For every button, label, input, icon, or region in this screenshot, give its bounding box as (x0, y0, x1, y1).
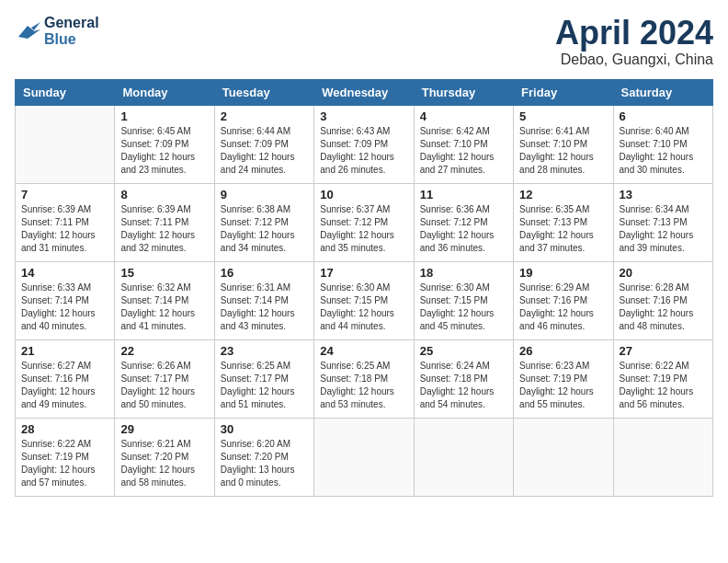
day-info: Sunrise: 6:30 AMSunset: 7:15 PMDaylight:… (320, 282, 407, 333)
calendar-day-cell: 28Sunrise: 6:22 AMSunset: 7:19 PMDayligh… (16, 418, 115, 496)
day-number: 3 (320, 109, 407, 123)
day-info: Sunrise: 6:25 AMSunset: 7:18 PMDaylight:… (320, 360, 407, 411)
day-number: 12 (519, 188, 607, 201)
day-number: 21 (21, 344, 108, 358)
weekday-header: Thursday (414, 79, 513, 105)
day-info: Sunrise: 6:29 AMSunset: 7:16 PMDaylight:… (519, 282, 607, 333)
day-number: 18 (420, 266, 507, 280)
day-number: 24 (320, 344, 407, 358)
day-info: Sunrise: 6:43 AMSunset: 7:09 PMDaylight:… (320, 125, 407, 177)
day-info: Sunrise: 6:24 AMSunset: 7:18 PMDaylight:… (420, 360, 507, 411)
day-number: 26 (519, 344, 607, 358)
day-number: 11 (420, 188, 507, 201)
calendar-day-cell: 1Sunrise: 6:45 AMSunset: 7:09 PMDaylight… (115, 105, 214, 183)
calendar-day-cell (414, 418, 513, 496)
calendar-day-cell: 30Sunrise: 6:20 AMSunset: 7:20 PMDayligh… (214, 418, 313, 496)
day-number: 1 (120, 109, 208, 123)
weekday-header: Friday (514, 79, 613, 105)
day-info: Sunrise: 6:33 AMSunset: 7:14 PMDaylight:… (21, 282, 108, 333)
day-info: Sunrise: 6:42 AMSunset: 7:10 PMDaylight:… (420, 125, 507, 177)
calendar-day-cell: 3Sunrise: 6:43 AMSunset: 7:09 PMDaylight… (314, 105, 414, 183)
day-number: 7 (21, 188, 108, 201)
logo-text: General Blue (44, 15, 99, 47)
calendar-day-cell: 12Sunrise: 6:35 AMSunset: 7:13 PMDayligh… (514, 183, 613, 261)
calendar-day-cell: 7Sunrise: 6:39 AMSunset: 7:11 PMDaylight… (16, 183, 115, 261)
day-number: 28 (21, 422, 108, 436)
day-number: 8 (120, 188, 208, 201)
calendar-day-cell: 22Sunrise: 6:26 AMSunset: 7:17 PMDayligh… (115, 339, 214, 418)
calendar-day-cell (16, 105, 115, 183)
calendar-week-row: 28Sunrise: 6:22 AMSunset: 7:19 PMDayligh… (16, 418, 713, 496)
calendar-day-cell: 24Sunrise: 6:25 AMSunset: 7:18 PMDayligh… (314, 339, 414, 418)
day-number: 6 (620, 109, 707, 123)
day-info: Sunrise: 6:37 AMSunset: 7:12 PMDaylight:… (320, 203, 407, 255)
day-info: Sunrise: 6:39 AMSunset: 7:11 PMDaylight:… (120, 203, 208, 255)
day-info: Sunrise: 6:20 AMSunset: 7:20 PMDaylight:… (221, 438, 308, 489)
day-info: Sunrise: 6:31 AMSunset: 7:14 PMDaylight:… (221, 282, 308, 333)
day-info: Sunrise: 6:38 AMSunset: 7:12 PMDaylight:… (221, 203, 308, 255)
weekday-header: Sunday (16, 79, 115, 105)
day-number: 4 (420, 109, 507, 123)
day-info: Sunrise: 6:23 AMSunset: 7:19 PMDaylight:… (519, 360, 607, 411)
calendar-day-cell: 27Sunrise: 6:22 AMSunset: 7:19 PMDayligh… (613, 339, 712, 418)
calendar-day-cell: 23Sunrise: 6:25 AMSunset: 7:17 PMDayligh… (214, 339, 313, 418)
day-info: Sunrise: 6:44 AMSunset: 7:09 PMDaylight:… (221, 125, 308, 177)
day-number: 13 (620, 188, 707, 201)
calendar-day-cell: 25Sunrise: 6:24 AMSunset: 7:18 PMDayligh… (414, 339, 513, 418)
day-info: Sunrise: 6:40 AMSunset: 7:10 PMDaylight:… (620, 125, 707, 177)
day-info: Sunrise: 6:34 AMSunset: 7:13 PMDaylight:… (620, 203, 707, 255)
day-info: Sunrise: 6:39 AMSunset: 7:11 PMDaylight:… (21, 203, 108, 255)
day-info: Sunrise: 6:22 AMSunset: 7:19 PMDaylight:… (620, 360, 707, 411)
weekday-header: Saturday (613, 79, 712, 105)
svg-marker-0 (18, 22, 40, 39)
calendar-week-row: 21Sunrise: 6:27 AMSunset: 7:16 PMDayligh… (16, 339, 713, 418)
day-info: Sunrise: 6:30 AMSunset: 7:15 PMDaylight:… (420, 282, 507, 333)
logo-icon (15, 20, 40, 42)
calendar-day-cell: 13Sunrise: 6:34 AMSunset: 7:13 PMDayligh… (613, 183, 712, 261)
day-info: Sunrise: 6:26 AMSunset: 7:17 PMDaylight:… (120, 360, 208, 411)
day-number: 19 (519, 266, 607, 280)
calendar-day-cell (514, 418, 613, 496)
day-info: Sunrise: 6:41 AMSunset: 7:10 PMDaylight:… (519, 125, 607, 177)
month-year: April 2024 (555, 15, 713, 52)
day-info: Sunrise: 6:45 AMSunset: 7:09 PMDaylight:… (120, 125, 208, 177)
day-info: Sunrise: 6:25 AMSunset: 7:17 PMDaylight:… (221, 360, 308, 411)
calendar-day-cell: 26Sunrise: 6:23 AMSunset: 7:19 PMDayligh… (514, 339, 613, 418)
day-number: 17 (320, 266, 407, 280)
calendar-day-cell (314, 418, 414, 496)
day-number: 14 (21, 266, 108, 280)
day-info: Sunrise: 6:32 AMSunset: 7:14 PMDaylight:… (120, 282, 208, 333)
day-number: 2 (221, 109, 308, 123)
day-number: 22 (120, 344, 208, 358)
calendar-day-cell: 20Sunrise: 6:28 AMSunset: 7:16 PMDayligh… (613, 261, 712, 339)
day-number: 20 (620, 266, 707, 280)
day-info: Sunrise: 6:36 AMSunset: 7:12 PMDaylight:… (420, 203, 507, 255)
location: Debao, Guangxi, China (555, 52, 713, 68)
calendar-day-cell: 6Sunrise: 6:40 AMSunset: 7:10 PMDaylight… (613, 105, 712, 183)
weekday-header: Tuesday (214, 79, 313, 105)
calendar-day-cell: 15Sunrise: 6:32 AMSunset: 7:14 PMDayligh… (115, 261, 214, 339)
calendar-day-cell: 29Sunrise: 6:21 AMSunset: 7:20 PMDayligh… (115, 418, 214, 496)
day-number: 16 (221, 266, 308, 280)
weekday-header: Monday (115, 79, 214, 105)
weekday-header: Wednesday (314, 79, 414, 105)
day-number: 25 (420, 344, 507, 358)
calendar-day-cell: 8Sunrise: 6:39 AMSunset: 7:11 PMDaylight… (115, 183, 214, 261)
day-number: 10 (320, 188, 407, 201)
day-info: Sunrise: 6:21 AMSunset: 7:20 PMDaylight:… (120, 438, 208, 489)
calendar-title: April 2024 Debao, Guangxi, China (555, 15, 713, 68)
calendar-week-row: 14Sunrise: 6:33 AMSunset: 7:14 PMDayligh… (16, 261, 713, 339)
calendar-day-cell (613, 418, 712, 496)
day-number: 27 (620, 344, 707, 358)
day-number: 23 (221, 344, 308, 358)
calendar-day-cell: 18Sunrise: 6:30 AMSunset: 7:15 PMDayligh… (414, 261, 513, 339)
weekday-header-row: SundayMondayTuesdayWednesdayThursdayFrid… (16, 79, 713, 105)
calendar-day-cell: 9Sunrise: 6:38 AMSunset: 7:12 PMDaylight… (214, 183, 313, 261)
logo: General Blue (15, 15, 99, 47)
day-number: 30 (221, 422, 308, 436)
day-number: 15 (120, 266, 208, 280)
calendar-week-row: 1Sunrise: 6:45 AMSunset: 7:09 PMDaylight… (16, 105, 713, 183)
calendar-table: SundayMondayTuesdayWednesdayThursdayFrid… (15, 79, 713, 497)
calendar-day-cell: 11Sunrise: 6:36 AMSunset: 7:12 PMDayligh… (414, 183, 513, 261)
day-number: 9 (221, 188, 308, 201)
